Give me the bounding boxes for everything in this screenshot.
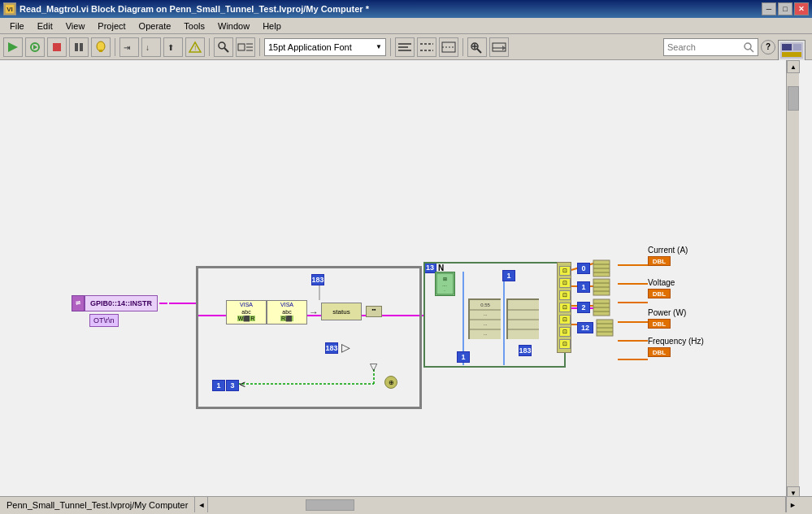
check-icon: ▽ (370, 361, 377, 372)
svg-rect-9 (99, 50, 102, 52)
step-out-button[interactable]: ⬆ (163, 37, 183, 57)
output-voltage: Voltage DBL (648, 278, 675, 298)
toolbar-separator-3 (259, 38, 260, 56)
menu-view[interactable]: View (59, 20, 92, 33)
svg-text:!: ! (194, 44, 197, 52)
output-node-1: 1 (577, 278, 610, 296)
output-power: Power (W) DBL (648, 308, 686, 329)
lt-icon: < (240, 379, 245, 390)
step-over-button[interactable]: ⇥ (119, 37, 139, 57)
num-badge-3: 3 (226, 380, 239, 391)
menu-help[interactable]: Help (256, 20, 288, 33)
indicator-block: ▪▪ (366, 306, 382, 317)
scrollbar-right[interactable]: ▲ ▼ (786, 60, 799, 499)
num-badge-0: 0 (577, 263, 590, 274)
menu-edit[interactable]: Edit (31, 20, 59, 33)
num-badge-1b: 1 (457, 351, 470, 363)
scrollbar-up-button[interactable]: ▲ (787, 60, 800, 73)
zoom-button[interactable] (467, 37, 487, 57)
scrollbar-left-btn[interactable]: ◄ (195, 497, 208, 513)
compare-icon: ▷ (341, 341, 350, 354)
warn-button[interactable]: ! (185, 37, 205, 57)
close-button[interactable]: ✕ (794, 2, 809, 15)
voltage-dbl: DBL (648, 289, 671, 298)
status-path: Penn_Small_Tunnel_Test.lvproj/My Compute… (0, 497, 195, 512)
menu-file[interactable]: File (3, 20, 31, 33)
gpib-label: GPIB0::14::INSTR (85, 295, 158, 311)
search-replace-button[interactable] (214, 37, 233, 57)
output-node-2: 2 (577, 298, 610, 316)
distribute-button[interactable] (417, 37, 436, 57)
svg-rect-39 (793, 44, 801, 50)
num-badge-183a: 183 (311, 274, 324, 285)
visa-block-left: VISA abc W⬛R (226, 300, 267, 325)
pause-button[interactable] (69, 37, 89, 57)
svg-text:VI: VI (7, 6, 13, 13)
resize-button[interactable] (439, 37, 458, 57)
scrollbar-corner (799, 497, 812, 513)
diagram-canvas: ⇌ GPIB0::14::INSTR OT\r\n 183 VISA abc W… (0, 60, 799, 499)
titlebar-title: Read_Magtrol.vi Block Diagram on Penn_Sm… (20, 4, 369, 14)
gpib-io-icon: ⇌ (76, 300, 80, 307)
output-current: Current (A) DBL (648, 246, 688, 266)
output-frequency: Frequency (Hz) DBL (648, 337, 704, 357)
menu-window[interactable]: Window (211, 20, 256, 33)
maximize-button[interactable]: □ (778, 2, 792, 15)
font-name: 15pt Application Font (268, 42, 352, 52)
gpib-node: ⇌ GPIB0::14::INSTR (72, 295, 167, 311)
svg-rect-17 (238, 44, 245, 50)
menu-tools[interactable]: Tools (177, 20, 211, 33)
main-area: ⇌ GPIB0::14::INSTR OT\r\n 183 VISA abc W… (0, 60, 812, 512)
num-badge-2: 2 (577, 302, 590, 313)
num-badge-1c: 1 (502, 270, 515, 281)
cluster-out-0 (593, 259, 610, 277)
env-button[interactable] (489, 37, 509, 57)
arrow-indicator: → (309, 307, 319, 318)
toolbar-separator-1 (115, 38, 115, 56)
font-dropdown[interactable]: 15pt Application Font ▼ (264, 38, 386, 56)
titlebar-controls[interactable]: ─ □ ✕ (762, 2, 809, 15)
toolbar-separator-5 (462, 38, 463, 56)
svg-text:0.55: 0.55 (480, 303, 490, 307)
abort-button[interactable] (47, 37, 67, 57)
cluster-block-right (506, 298, 539, 339)
menu-project[interactable]: Project (91, 20, 132, 33)
output-node-12: 12 (577, 319, 614, 337)
step-into-button[interactable]: ↓ (141, 37, 161, 57)
cleanup-button[interactable] (236, 37, 255, 57)
current-dbl: DBL (648, 256, 671, 266)
toolbar: ⇥ ↓ ⬆ ! 15pt Application Font ▼ ? (0, 34, 812, 60)
run-continuously-button[interactable] (25, 37, 45, 57)
minimize-button[interactable]: ─ (762, 2, 776, 15)
num-badge-1a: 1 (212, 380, 225, 391)
svg-marker-34 (502, 46, 506, 50)
power-dbl: DBL (648, 319, 671, 329)
frequency-label: Frequency (Hz) (648, 337, 704, 346)
svg-point-15 (219, 42, 225, 49)
search-area[interactable] (663, 38, 758, 56)
titlebar-left: VI Read_Magtrol.vi Block Diagram on Penn… (3, 2, 369, 15)
visa-block-right: VISA abc R⬛ (267, 300, 307, 325)
frequency-dbl: DBL (648, 347, 671, 357)
svg-text:⊞: ⊞ (443, 277, 447, 281)
scrollbar-bottom-thumb[interactable] (306, 499, 354, 511)
svg-point-35 (745, 43, 751, 50)
scrollbar-thumb[interactable] (788, 86, 799, 111)
svg-rect-5 (53, 43, 61, 51)
vi-icon (778, 40, 805, 61)
scrollbar-right-btn[interactable]: ► (786, 497, 799, 513)
cluster-out-1 (593, 278, 610, 296)
run-arrow-button[interactable] (3, 37, 23, 57)
svg-text:···: ··· (483, 312, 487, 317)
highlight-button[interactable] (91, 37, 111, 57)
power-label: Power (W) (648, 308, 686, 317)
menubar: File Edit View Project Operate Tools Win… (0, 18, 812, 34)
scrollbar-bottom[interactable] (208, 497, 786, 512)
help-button[interactable]: ? (761, 40, 775, 54)
cluster-block-left: 0.55········· (468, 298, 501, 339)
svg-line-16 (224, 48, 228, 52)
num-badge-12: 12 (577, 322, 593, 333)
align-button[interactable] (395, 37, 415, 57)
menu-operate[interactable]: Operate (132, 20, 178, 33)
search-input[interactable] (667, 42, 740, 52)
